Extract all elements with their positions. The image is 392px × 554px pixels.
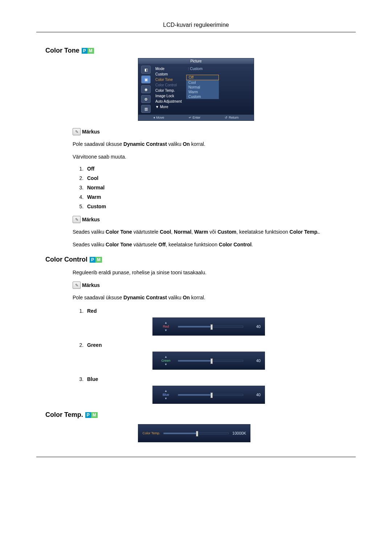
note-icon: ✎ (73, 282, 81, 289)
up-arrow-icon: ▲ (164, 389, 167, 393)
osd-option: Custom (186, 94, 219, 99)
list-item: Cool (85, 175, 348, 181)
move-icon: ♦ (154, 116, 155, 119)
osd-screenshot: Picture ◧ ▣ ◉ ✿ ▥ Mode: Custom Custom Co… (36, 58, 356, 121)
note-row: ✎ Märkus (73, 128, 348, 135)
osd-icon-sound: ◉ (141, 85, 151, 93)
note-label: Märkus (82, 282, 100, 288)
pm-badge-icon: PM (85, 412, 98, 418)
slider-red: ▲Red▼ 40 (152, 317, 265, 336)
paragraph: Pole saadaval üksuse Dynamic Contrast va… (73, 140, 348, 148)
list-item: Off (85, 166, 348, 172)
paragraph: Värvitoone saab muuta. (73, 153, 348, 161)
list-item: Custom (85, 204, 348, 209)
list-item-blue: Blue ▲Blue▼ 40 (85, 376, 348, 404)
osd-icon-picture: ▣ (141, 75, 151, 83)
osd-footer: ♦Move ↵Enter ↺Return (138, 115, 254, 120)
down-arrow-icon: ▼ (164, 397, 167, 400)
pm-badge-icon: PM (90, 257, 102, 263)
osd-option: Warm (186, 90, 219, 94)
note-label: Märkus (82, 217, 100, 222)
slider-green: ▲Green▼ 40 (152, 352, 265, 370)
section-title-color-temp: Color Temp. PM (45, 411, 356, 419)
paragraph: Seades valiku Color Tone väärtusele Off,… (73, 241, 348, 249)
list-item: Normal (85, 185, 348, 190)
paragraph: Reguleerib eraldi punase, rohelise ja si… (73, 269, 348, 276)
list-item-red: Red ▲Red▼ 40 (85, 308, 348, 336)
color-control-list: Red ▲Red▼ 40 Green ▲Green▼ 40 Blue ▲Blu (80, 308, 348, 404)
osd-panel: Picture ◧ ▣ ◉ ✿ ▥ Mode: Custom Custom Co… (138, 58, 254, 121)
page: LCD-kuvari reguleerimine Color Tone PM P… (0, 0, 392, 479)
paragraph: Pole saadaval üksuse Dynamic Contrast va… (73, 294, 348, 301)
osd-option: Normal (186, 85, 219, 90)
note-row: ✎ Märkus (73, 282, 348, 289)
note-row: ✎ Märkus (73, 216, 348, 223)
options-list: Off Cool Normal Warm Custom (80, 166, 348, 209)
note-icon: ✎ (73, 128, 81, 135)
footer-line (36, 457, 356, 457)
down-arrow-icon: ▼ (164, 329, 167, 332)
section-title-text: Color Tone (45, 47, 79, 54)
osd-option: Cool (186, 80, 219, 85)
pm-badge-icon: PM (82, 48, 94, 54)
up-arrow-icon: ▲ (164, 321, 167, 324)
return-icon: ↺ (225, 116, 228, 119)
paragraph: Seades valiku Color Tone väärtustele Coo… (73, 228, 348, 236)
osd-popup: Off Cool Normal Warm Custom (186, 75, 219, 99)
osd-option: Off (186, 75, 219, 80)
osd-icon-setup: ✿ (141, 95, 151, 103)
osd-sidebar: ◧ ▣ ◉ ✿ ▥ (138, 64, 154, 115)
list-item-green: Green ▲Green▼ 40 (85, 342, 348, 370)
section-title-text: Color Temp. (45, 411, 83, 419)
note-label: Märkus (82, 129, 100, 135)
section-title-color-tone: Color Tone PM (45, 47, 356, 54)
osd-title: Picture (138, 58, 254, 64)
enter-icon: ↵ (189, 116, 192, 119)
up-arrow-icon: ▲ (164, 355, 167, 358)
slider-color-temp: Color Temp. 10000K (138, 424, 250, 442)
page-title: LCD-kuvari reguleerimine (36, 22, 356, 32)
section-title-color-control: Color Control PM (45, 256, 356, 263)
section-title-text: Color Control (45, 256, 87, 263)
osd-icon-input: ◧ (141, 66, 151, 74)
osd-icon-multi: ▥ (141, 105, 151, 113)
list-item: Warm (85, 194, 348, 200)
note-icon: ✎ (73, 216, 81, 223)
slider-blue: ▲Blue▼ 40 (152, 386, 265, 404)
osd-menu: Mode: Custom Custom Color Tone Color Con… (154, 64, 254, 115)
down-arrow-icon: ▼ (164, 363, 167, 366)
